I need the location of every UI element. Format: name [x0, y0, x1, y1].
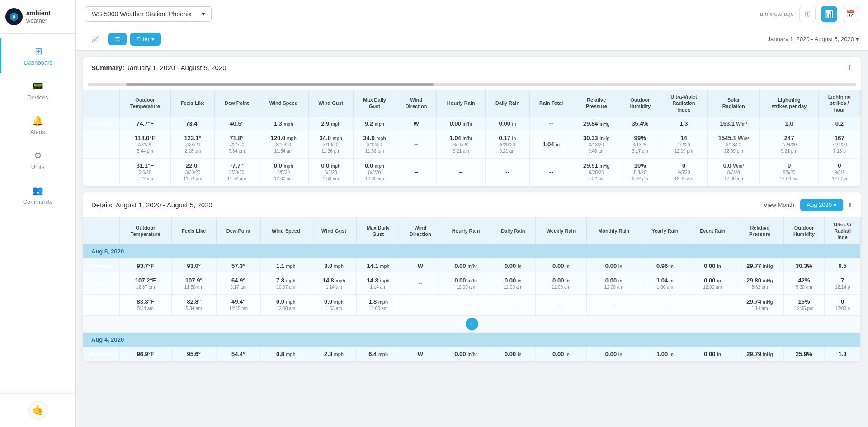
summary-col-lightning-day: Lightningstrikes per day — [760, 90, 818, 117]
summary-col-uv: Ultra-VioletRadiationIndex — [660, 90, 707, 117]
details-title: Details: August 1, 2020 - August 5, 2020 — [91, 201, 212, 209]
d5-low-weekly: -- — [535, 294, 587, 315]
grid-view-button[interactable]: ⊞ — [799, 6, 816, 22]
d5-avg-max-gust: 14.1 mph — [357, 258, 400, 273]
avatar[interactable]: 🤙 — [28, 401, 47, 420]
expand-button-aug5[interactable]: + — [466, 318, 478, 330]
summary-low-max-gust: 0.0 mph8/3/2012:00 am — [354, 158, 396, 186]
details-aug4-avg: Average 96.9°F 95.6° 54.4° 0.8 mph 2.3 m… — [83, 347, 861, 361]
d5-high-feels: 107.9°11:50 am — [171, 273, 216, 294]
topbar-right: a minute ago ⊞ 📊 📅 — [760, 6, 859, 22]
month-chevron-icon: ▾ — [834, 202, 837, 208]
summary-section: Summary: January 1, 2020 - August 5, 202… — [83, 57, 861, 186]
d4-avg-gust: 2.3 mph — [311, 347, 357, 361]
filter-button[interactable]: Filter ▾ — [130, 33, 161, 46]
details-aug4-avg-label: Average — [83, 347, 119, 361]
toolbar: 📈 ☰ Filter ▾ January 1, 2020 - August 5,… — [76, 28, 868, 51]
summary-low-uv: 09/5/2012:00 am — [660, 158, 707, 186]
table-tab-button[interactable]: ☰ — [108, 33, 127, 45]
sidebar-item-community-label: Community — [23, 198, 53, 205]
summary-avg-uv: 1.3 — [660, 117, 707, 131]
d4-avg-feels: 95.6° — [171, 347, 216, 361]
summary-high-row: High 118.0°F7/31/203:44 pm 123.1°7/28/20… — [83, 131, 861, 158]
summary-avg-humidity: 35.4% — [620, 117, 660, 131]
month-value: Aug 2020 — [807, 202, 832, 208]
d5-low-monthly: -- — [587, 294, 641, 315]
sidebar-item-units-label: Units — [31, 164, 45, 170]
summary-avg-wind-gust: 2.9 mph — [308, 117, 353, 131]
d5-avg-gust: 3.0 mph — [311, 258, 357, 273]
d5-low-event: -- — [689, 294, 736, 315]
view-month-button[interactable]: Aug 2020 ▾ — [800, 199, 843, 211]
summary-high-solar: 1545.1 W/m²3/13/2012:09 pm — [708, 131, 760, 158]
export-icon[interactable]: ⬆ — [847, 63, 853, 71]
view-month-label: View Month: — [764, 202, 796, 208]
sidebar-item-dashboard[interactable]: ⊞ Dashboard — [0, 38, 75, 73]
date-group-aug4-label: Aug 4, 2020 — [83, 332, 861, 347]
summary-high-daily-rain: 0.17 in6/29/209:21 am — [486, 131, 529, 158]
date-group-aug5: Aug 5, 2020 — [83, 244, 861, 259]
summary-low-wind-speed: 0.0 mph6/5/2012:00 am — [259, 158, 308, 186]
toolbar-left: 📈 ☰ Filter ▾ — [85, 33, 161, 46]
d5-low-yearly: -- — [641, 294, 689, 315]
summary-col-dew-point: Dew Point — [215, 90, 259, 117]
sidebar-item-units[interactable]: ⚙ Units — [0, 143, 75, 178]
summary-col-rel-pressure: RelativePressure — [573, 90, 620, 117]
date-range-display: January 1, 2020 - August 5, 2020 ▾ — [767, 36, 859, 42]
summary-low-lightning-hour: 09/5/212:00 a — [818, 158, 860, 186]
sidebar-item-alerts-label: Alerts — [30, 129, 45, 136]
d5-low-wind: 0.0 mph12:00 am — [261, 294, 311, 315]
details-export-icon[interactable]: ⬆ — [848, 202, 853, 208]
summary-high-dew: 71.8°7/24/207:34 pm — [215, 131, 259, 158]
summary-high-lightning-hour: 1677/24/207:16 p — [818, 131, 860, 158]
summary-low-dew: -7.7°3/30/2011:54 am — [215, 158, 259, 186]
d5-low-dir: -- — [400, 294, 441, 315]
details-col-hourly-rain: Hourly Rain — [441, 218, 491, 244]
device-name: WS-5000 Weather Station, Phoenix — [92, 10, 192, 18]
logo-name1: ambient — [26, 9, 51, 17]
chart-tab-button[interactable]: 📈 — [85, 33, 105, 45]
summary-col-max-daily-gust: Max DailyGust — [354, 90, 396, 117]
d5-high-event: 0.00 in12:00 am — [689, 273, 736, 294]
calendar-button[interactable]: 📅 — [843, 6, 859, 22]
bar-chart-icon: 📊 — [825, 9, 834, 18]
logo-text: ambient weather — [26, 9, 51, 24]
chart-view-button[interactable]: 📊 — [821, 6, 837, 22]
summary-col-daily-rain: Daily Rain — [486, 90, 529, 117]
d5-high-humidity: 42%5:30 am — [783, 273, 824, 294]
summary-table-wrapper: OutdoorTemperature Feels Like Dew Point … — [83, 78, 861, 186]
summary-low-hourly-rain: -- — [437, 158, 486, 186]
d5-low-temp: 83.8°F5:34 am — [119, 294, 171, 315]
summary-high-temp: 118.0°F7/31/203:44 pm — [119, 131, 171, 158]
line-chart-icon: 📈 — [91, 36, 99, 42]
d5-avg-yearly: 0.96 in — [641, 258, 689, 273]
sidebar-item-alerts[interactable]: 🔔 Alerts — [0, 108, 75, 143]
d5-low-feels: 82.8°5:34 am — [171, 294, 216, 315]
summary-high-uv: 141/2/2012:09 pm — [660, 131, 707, 158]
summary-col-feels-like: Feels Like — [171, 90, 215, 117]
d5-high-uv: 712:14 p — [825, 273, 861, 294]
details-col-feels-like: Feels Like — [171, 218, 216, 244]
d5-avg-daily: 0.00 in — [491, 258, 536, 273]
filter-label: Filter — [137, 36, 150, 42]
date-range-text: January 1, 2020 - August 5, 2020 — [767, 36, 854, 42]
d5-high-yearly: 1.04 in1:00 am — [641, 273, 689, 294]
d5-avg-uv: 0.5 — [825, 258, 861, 273]
details-col-daily-rain: Daily Rain — [491, 218, 536, 244]
content-scroll-area[interactable]: Summary: January 1, 2020 - August 5, 202… — [76, 51, 868, 427]
sidebar-item-devices[interactable]: 📟 Devices — [0, 73, 75, 108]
topbar: WS-5000 Weather Station, Phoenix ▾ a min… — [76, 0, 868, 28]
summary-header: Summary: January 1, 2020 - August 5, 202… — [83, 57, 861, 78]
details-aug5-low: Low 83.8°F5:34 am 82.8°5:34 am 49.4°12:3… — [83, 294, 861, 315]
device-selector[interactable]: WS-5000 Weather Station, Phoenix ▾ — [85, 6, 212, 22]
summary-col-hourly-rain: Hourly Rain — [437, 90, 486, 117]
sidebar-item-community[interactable]: 👥 Community — [0, 178, 75, 212]
details-col-uv: Ultra-ViRadiatiInde — [825, 218, 861, 244]
d5-avg-event: 0.00 in — [689, 258, 736, 273]
details-header: Details: August 1, 2020 - August 5, 2020… — [83, 192, 861, 218]
d5-avg-wind: 1.1 mph — [261, 258, 311, 273]
summary-date-range: January 1, 2020 - August 5, 2020 — [127, 64, 226, 71]
summary-high-label: High — [83, 131, 119, 158]
calendar-icon: 📅 — [846, 9, 855, 18]
summary-average-label: Average — [83, 117, 119, 131]
